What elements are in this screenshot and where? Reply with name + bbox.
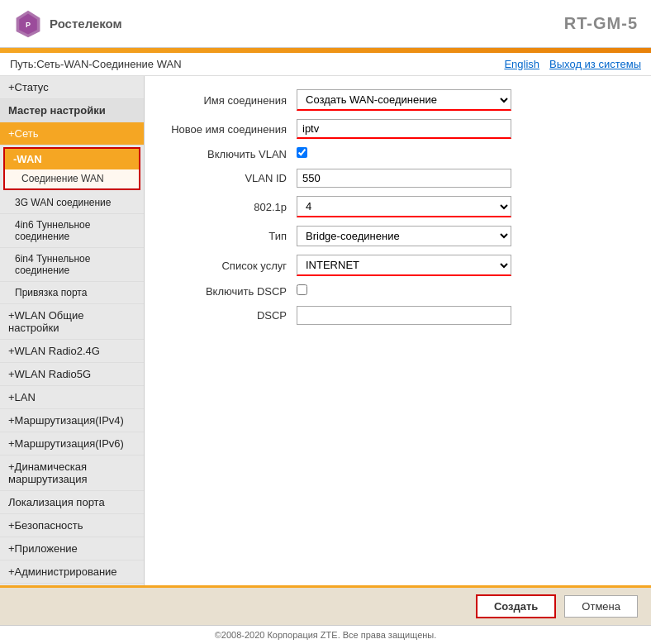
sidebar-item-security[interactable]: +Безопасность <box>0 514 144 537</box>
enable-vlan-control <box>297 147 511 160</box>
vlan-id-input[interactable] <box>297 169 511 188</box>
service-list-control: INTERNET IPTV VoIP <box>297 255 511 276</box>
service-list-row: Список услуг INTERNET IPTV VoIP <box>164 255 631 276</box>
dscp-control <box>297 306 511 325</box>
type-control: Bridge-соединение PPPoE IPoE <box>297 226 511 246</box>
new-connection-name-label: Новое имя соединения <box>164 123 297 136</box>
sidebar-item-application[interactable]: +Приложение <box>0 537 144 561</box>
sidebar-item-routing-ipv4[interactable]: +Маршрутизация(IPv4) <box>0 409 144 432</box>
enable-dscp-control <box>297 284 511 298</box>
type-select[interactable]: Bridge-соединение PPPoE IPoE <box>297 226 511 246</box>
enable-dscp-row: Включить DSCP <box>164 284 631 298</box>
logout-link[interactable]: Выход из системы <box>549 58 641 70</box>
logo-area: Р Ростелеком <box>13 9 122 39</box>
sidebar-wrapper: +Статус Мастер настройки +Сеть -WAN Соед… <box>0 76 145 585</box>
sidebar-item-wizard[interactable]: Мастер настройки <box>0 99 144 122</box>
type-row: Тип Bridge-соединение PPPoE IPoE <box>164 226 631 246</box>
sidebar-item-routing-ipv6[interactable]: +Маршрутизация(IPv6) <box>0 432 144 456</box>
sidebar-item-wan-connection[interactable]: Соединение WAN <box>5 169 139 188</box>
logo-text: Ростелеком <box>50 17 122 31</box>
language-link[interactable]: English <box>504 58 539 70</box>
main-content: Имя соединения Создать WAN-соединение Но… <box>145 76 651 585</box>
dot1p-control: 4 0 1 2 3 5 6 7 <box>297 196 511 217</box>
dscp-label: DSCP <box>164 309 297 322</box>
content-area: +Статус Мастер настройки +Сеть -WAN Соед… <box>0 76 651 585</box>
enable-vlan-checkbox[interactable] <box>297 147 307 158</box>
wan-group: -WAN Соединение WAN <box>3 147 140 190</box>
enable-vlan-row: Включить VLAN <box>164 147 631 160</box>
sidebar-item-3gwan[interactable]: 3G WAN соединение <box>0 192 144 214</box>
footer-bar: Создать Отмена <box>0 585 651 625</box>
connection-name-row: Имя соединения Создать WAN-соединение <box>164 89 631 111</box>
service-list-select[interactable]: INTERNET IPTV VoIP <box>297 255 511 276</box>
cancel-button[interactable]: Отмена <box>564 595 638 618</box>
vlan-id-label: VLAN ID <box>164 172 297 184</box>
enable-dscp-checkbox[interactable] <box>297 284 307 295</box>
sidebar-item-lan[interactable]: +LAN <box>0 386 144 409</box>
vlan-id-row: VLAN ID <box>164 169 631 188</box>
new-connection-name-input[interactable] <box>297 119 511 139</box>
logo-icon: Р <box>13 9 43 39</box>
sidebar-item-wlan-radio5[interactable]: +WLAN Radio5G <box>0 363 144 386</box>
copyright-bar: ©2008-2020 Корпорация ZTE. Все права защ… <box>0 625 651 644</box>
dot1p-select[interactable]: 4 0 1 2 3 5 6 7 <box>297 196 511 217</box>
sidebar-item-dynamic-routing[interactable]: +Динамическая маршрутизация <box>0 456 144 491</box>
dot1p-label: 802.1p <box>164 201 297 213</box>
sidebar-item-wlan-common[interactable]: +WLAN Общие настройки <box>0 304 144 340</box>
sidebar-item-port-localization[interactable]: Локализация порта <box>0 491 144 514</box>
breadcrumb-path: Путь:Сеть-WAN-Соединение WAN <box>10 58 182 70</box>
connection-name-control: Создать WAN-соединение <box>297 89 511 111</box>
sidebar-item-network[interactable]: +Сеть <box>0 122 144 145</box>
sidebar-item-port-binding[interactable]: Привязка порта <box>0 282 144 304</box>
connection-name-label: Имя соединения <box>164 94 297 107</box>
create-button[interactable]: Создать <box>476 594 556 618</box>
breadcrumb-bar: Путь:Сеть-WAN-Соединение WAN English Вых… <box>0 53 651 76</box>
dot1p-row: 802.1p 4 0 1 2 3 5 6 7 <box>164 196 631 217</box>
svg-text:Р: Р <box>26 20 31 28</box>
dscp-row: DSCP <box>164 306 631 325</box>
enable-dscp-label: Включить DSCP <box>164 285 297 298</box>
service-list-label: Список услуг <box>164 260 297 272</box>
sidebar: +Статус Мастер настройки +Сеть -WAN Соед… <box>0 76 145 585</box>
device-name: RT-GM-5 <box>564 14 638 33</box>
type-label: Тип <box>164 230 297 242</box>
sidebar-item-4in6[interactable]: 4in6 Туннельное соединение <box>0 214 144 248</box>
copyright-text: ©2008-2020 Корпорация ZTE. Все права защ… <box>215 630 437 640</box>
sidebar-item-wlan-radio24[interactable]: +WLAN Radio2.4G <box>0 340 144 363</box>
header: Р Ростелеком RT-GM-5 <box>0 0 651 48</box>
sidebar-item-help[interactable]: +Помощь <box>0 584 144 585</box>
vlan-id-control <box>297 169 511 188</box>
sidebar-item-status[interactable]: +Статус <box>0 76 144 99</box>
breadcrumb-links: English Выход из системы <box>504 58 641 70</box>
new-connection-name-control <box>297 119 511 139</box>
dscp-input[interactable] <box>297 306 511 325</box>
sidebar-item-6in4[interactable]: 6in4 Туннельное соединение <box>0 248 144 282</box>
sidebar-item-wan[interactable]: -WAN <box>5 149 139 169</box>
connection-name-select[interactable]: Создать WAN-соединение <box>297 89 511 111</box>
sidebar-item-admin[interactable]: +Администрирование <box>0 561 144 584</box>
new-connection-name-row: Новое имя соединения <box>164 119 631 139</box>
enable-vlan-label: Включить VLAN <box>164 148 297 160</box>
